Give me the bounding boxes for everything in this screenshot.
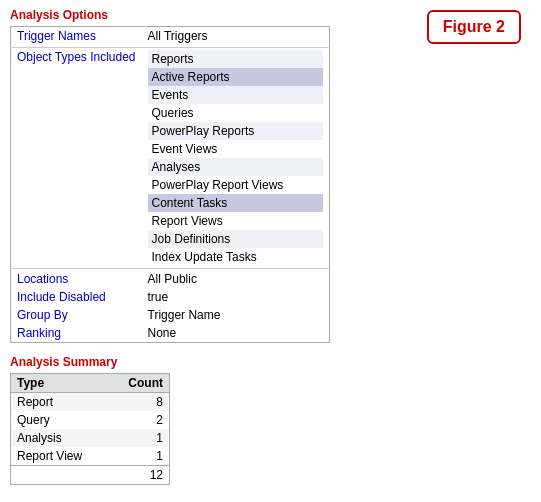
list-item[interactable]: PowerPlay Reports <box>148 122 323 140</box>
summary-header-row: Type Count <box>11 374 170 393</box>
list-item[interactable]: Active Reports <box>148 68 323 86</box>
table-row: Report View 1 <box>11 447 170 466</box>
col-count-header: Count <box>109 374 169 393</box>
group-by-row: Group By Trigger Name <box>11 306 330 324</box>
list-item[interactable]: Job Definitions <box>148 230 323 248</box>
type-cell: Report <box>11 393 110 412</box>
locations-label: Locations <box>11 269 142 289</box>
count-cell: 8 <box>109 393 169 412</box>
analysis-summary-title: Analysis Summary <box>10 355 531 369</box>
table-row: Report 8 <box>11 393 170 412</box>
list-item[interactable]: Report Views <box>148 212 323 230</box>
ranking-row: Ranking None <box>11 324 330 343</box>
count-cell: 1 <box>109 447 169 466</box>
locations-value: All Public <box>142 269 330 289</box>
table-row: Query 2 <box>11 411 170 429</box>
total-value: 12 <box>109 466 169 485</box>
col-type-header: Type <box>11 374 110 393</box>
group-by-label: Group By <box>11 306 142 324</box>
include-disabled-row: Include Disabled true <box>11 288 330 306</box>
total-label <box>11 466 110 485</box>
ranking-label: Ranking <box>11 324 142 343</box>
locations-row: Locations All Public <box>11 269 330 289</box>
analysis-options-table: Trigger Names All Triggers Object Types … <box>10 26 330 343</box>
analysis-summary-table: Type Count Report 8 Query 2 Analysis 1 R… <box>10 373 170 485</box>
list-item[interactable]: Reports <box>148 50 323 68</box>
count-cell: 2 <box>109 411 169 429</box>
list-item[interactable]: Analyses <box>148 158 323 176</box>
count-cell: 1 <box>109 429 169 447</box>
object-types-label: Object Types Included <box>11 48 142 269</box>
list-item[interactable]: Event Views <box>148 140 323 158</box>
object-types-row: Object Types Included ReportsActive Repo… <box>11 48 330 269</box>
ranking-value: None <box>142 324 330 343</box>
list-item[interactable]: Queries <box>148 104 323 122</box>
list-item[interactable]: Events <box>148 86 323 104</box>
total-row: 12 <box>11 466 170 485</box>
group-by-value: Trigger Name <box>142 306 330 324</box>
list-item[interactable]: Index Update Tasks <box>148 248 323 266</box>
figure2-label: Figure 2 <box>427 10 521 44</box>
trigger-names-value: All Triggers <box>142 27 330 48</box>
object-types-values: ReportsActive ReportsEventsQueriesPowerP… <box>142 48 330 269</box>
list-item[interactable]: Content Tasks <box>148 194 323 212</box>
page-container: Figure 2 Analysis Options Trigger Names … <box>0 0 541 493</box>
trigger-names-label: Trigger Names <box>11 27 142 48</box>
type-cell: Query <box>11 411 110 429</box>
object-types-list: ReportsActive ReportsEventsQueriesPowerP… <box>148 50 323 266</box>
include-disabled-value: true <box>142 288 330 306</box>
trigger-names-row: Trigger Names All Triggers <box>11 27 330 48</box>
list-item[interactable]: PowerPlay Report Views <box>148 176 323 194</box>
type-cell: Analysis <box>11 429 110 447</box>
include-disabled-label: Include Disabled <box>11 288 142 306</box>
type-cell: Report View <box>11 447 110 466</box>
table-row: Analysis 1 <box>11 429 170 447</box>
